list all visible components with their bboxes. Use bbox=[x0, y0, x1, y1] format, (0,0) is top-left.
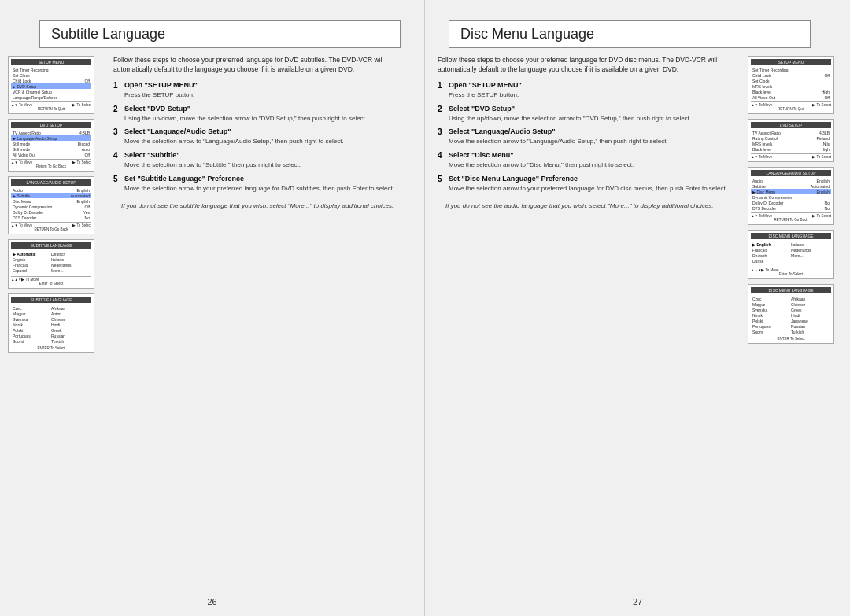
right-step-3: 3 Select "Language/Audio Setup" Move the… bbox=[438, 127, 737, 146]
screen-disc-menu-lang: DISC MENU LANGUAGE ▶ EnglishItaliano Fra… bbox=[748, 230, 834, 279]
screen-subtitle-language-ext: SUBTITLE LANGUAGE CzecAfrikaan MagyarAnt… bbox=[8, 293, 94, 353]
screen-subtitle-language: SUBTITLE LANGUAGE ▶ AutomaticDeutsch Eng… bbox=[8, 239, 94, 289]
right-step-1: 1 Open "SETUP MENU" Press the SETUP butt… bbox=[438, 81, 737, 100]
right-step-4: 4 Select "Disc Menu" Move the selection … bbox=[438, 151, 737, 170]
right-step-2: 2 Select "DVD Setup" Using the up/down, … bbox=[438, 105, 737, 124]
right-intro-text: Follow these steps to choose your prefer… bbox=[438, 56, 737, 75]
left-footer-note: If you do not see the subtitle language … bbox=[113, 198, 412, 213]
left-panel: Subtitle Language SETUP MENU Set Timer R… bbox=[0, 0, 425, 616]
screen-disc-menu-lang-ext: DISC MENU LANGUAGE CzecAfrikaan MagyarCh… bbox=[748, 284, 834, 344]
left-step-5: 5 Set "Subtitle Language" Preference Mov… bbox=[113, 175, 412, 194]
right-page-num: 27 bbox=[633, 597, 642, 607]
right-panel: Disc Menu Language Follow these steps to… bbox=[425, 0, 850, 616]
left-section-title: Subtitle Language bbox=[39, 20, 401, 48]
left-step-2: 2 Select "DVD Setup" Using the up/down, … bbox=[113, 105, 412, 124]
right-footer-note: If you do not see the audio language tha… bbox=[438, 198, 737, 213]
screen-setup-menu-1: SETUP MENU Set Timer Recording Set Clock… bbox=[8, 56, 94, 114]
screen-lang-audio-setup: LANGUAGE/AUDIO SETUP AudioEnglish ▶ Subt… bbox=[8, 176, 94, 234]
left-screenshots: SETUP MENU Set Timer Recording Set Clock… bbox=[8, 56, 102, 353]
left-content-area: SETUP MENU Set Timer Recording Set Clock… bbox=[0, 56, 424, 353]
left-step-1: 1 Open "SETUP MENU" Press the SETUP butt… bbox=[113, 81, 412, 100]
screen-setup-menu-r1: SETUP MENU Set Timer Recording Child Loc… bbox=[748, 56, 834, 114]
right-instructions: Follow these steps to choose your prefer… bbox=[433, 56, 741, 344]
left-step-3: 3 Select "Language/Audio Setup" Move the… bbox=[113, 127, 412, 146]
right-step-5: 5 Set "Disc Menu Language" Preference Mo… bbox=[438, 175, 737, 194]
page-container: 01616A DVD-V8000/TWN-Eng2 8/27/56 8:57 A… bbox=[0, 0, 850, 616]
screen-dvd-setup: DVD SETUP TV Aspect Ratio4:3LB ▶ Languag… bbox=[8, 119, 94, 172]
left-intro-text: Follow these steps to choose your prefer… bbox=[113, 56, 412, 75]
right-content-area: Follow these steps to choose your prefer… bbox=[425, 56, 850, 344]
left-step-4: 4 Select "Subtitle" Move the selection a… bbox=[113, 151, 412, 170]
screen-dvd-setup-r: DVD SETUP TV Aspect Ratio4:3LB Rating Co… bbox=[748, 119, 834, 162]
right-section-title: Disc Menu Language bbox=[449, 20, 811, 48]
left-page-num: 26 bbox=[207, 597, 216, 607]
right-screenshots: SETUP MENU Set Timer Recording Child Loc… bbox=[748, 56, 842, 344]
left-instructions: Follow these steps to choose your prefer… bbox=[109, 56, 416, 353]
screen-lang-audio-r: LANGUAGE/AUDIO SETUP AudioEnglish Subtit… bbox=[748, 167, 834, 225]
